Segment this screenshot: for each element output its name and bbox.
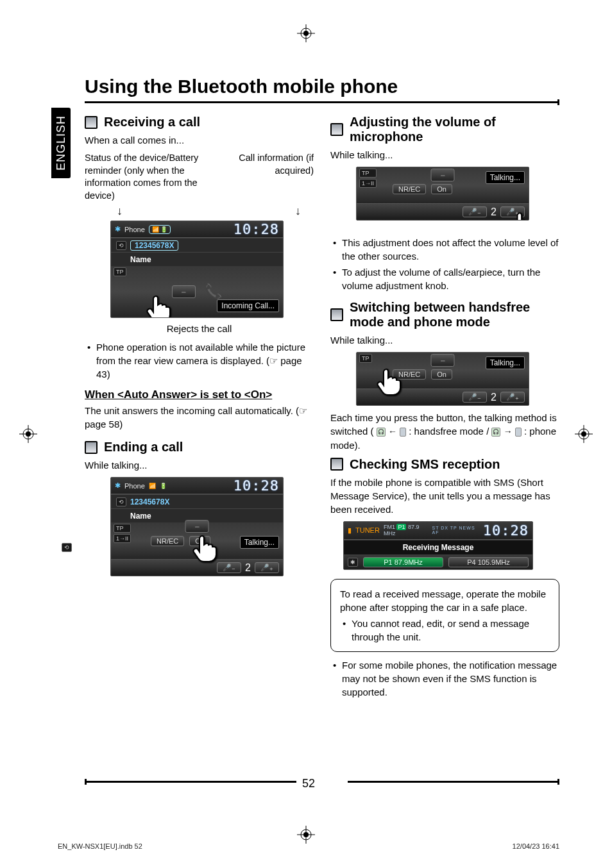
registration-mark-top [297,24,315,42]
nrec-button[interactable]: NR/EC [151,536,184,546]
note-box: To read a received message, operate the … [330,579,559,652]
hand-pointer-icon [142,291,174,318]
screenshot-mic-volume: TP 1→II NR/EC On ⏤ Talking... 🎤₋ 2 🎤₊ [356,167,529,221]
preset-button-1[interactable]: P1 87.9MHz [363,557,443,567]
mode-badge: 1→II [359,179,377,188]
mic-plus-button[interactable]: 🎤₊ [500,392,525,403]
section-ending-call: Ending a call [85,440,314,455]
arrow-left-icon: ← [388,426,397,437]
page-number: 52 [302,777,315,790]
bullet-item: This adjustment does not affect the volu… [342,236,559,263]
signal-battery-box: 📶 🔋 [149,225,171,234]
screenshot-talking: ✱ Phone 📶 🔋 10:28 ⟲12345678X Name TP 1→I… [110,477,284,576]
hand-pointer-icon [507,208,529,221]
title-rule [85,101,559,103]
screenshot-caption: Rejects the call [85,323,314,334]
phone-wave-icon: 📞 [205,283,222,300]
mic-minus-button[interactable]: 🎤₋ [463,206,487,217]
intro-text: While talking... [330,333,559,347]
battery-icon: 🔋 [160,226,167,233]
intro-text: While talking... [330,148,559,162]
indicator-row: ST DX TP NEWS AF [432,526,479,535]
arrow-down-icon: ↓ [295,204,301,218]
mic-plus-button[interactable]: 🎤₊ [255,562,279,573]
clock: 10:28 [234,221,279,237]
section-switch-mode: Switching between handsfree mode and pho… [330,300,559,330]
answer-button[interactable]: ⏤ [172,285,196,298]
sub-body: The unit answers the incoming call autom… [85,404,314,431]
nav-icon: ⟲ [116,241,126,250]
page-content: ENGLISH Using the Bluetooth mobile phone… [58,76,559,790]
square-bullet-icon [330,123,343,136]
registration-mark-right [575,425,593,443]
section-title: Switching between handsfree mode and pho… [350,300,559,330]
hangup-button[interactable]: ⏤ [431,354,455,367]
section-title: Receiving a call [104,115,200,129]
mic-volume-value: 2 [245,562,251,574]
signal-icon: 📶 [149,483,156,489]
intro-text: When a call comes in... [85,133,314,147]
bullet-item: To adjust the volume of calls/earpiece, … [342,265,559,292]
nrec-button[interactable]: NR/EC [393,184,426,194]
annotation-arrows: ↓ ↓ [85,204,314,218]
mic-minus-button[interactable]: 🎤₋ [463,392,487,403]
band-label: FM1 [384,524,395,530]
hand-pointer-icon [372,364,404,396]
intro-text: If the mobile phone is compatible with S… [330,476,559,516]
tp-badge: TP [359,354,372,363]
main-title: Using the Bluetooth mobile phone [58,76,559,97]
phone-icon [400,428,406,437]
on-button[interactable]: On [431,369,452,380]
print-footer: EN_KW-NSX1[EU].indb 52 12/04/23 16:41 [58,842,559,850]
nav-icon: ⟲ [116,497,126,506]
screenshot-sms: ▮ TUNER FM1 P1 87.9 MHz ST DX TP NEWS AF… [343,521,533,570]
status-badge: Incoming Call... [217,299,279,312]
status-badge: Talking... [486,171,525,184]
right-column: Adjusting the volume of microphone While… [330,112,559,706]
screen-title: Phone [124,226,145,233]
mic-volume-value: 2 [491,206,497,218]
footer-rule-left [85,781,296,783]
square-bullet-icon [85,441,98,454]
preset-button-4[interactable]: P4 105.9MHz [448,557,529,567]
mode-badge: 1→II [114,534,131,543]
status-badge: Talking... [486,356,525,369]
tp-badge: TP [359,169,377,178]
note-text: To read a received message, operate the … [340,587,550,614]
caller-name: Name [130,255,151,264]
screen-title: TUNER [355,526,380,534]
screenshot-incoming-call: ✱ Phone 📶 🔋 10:28 ⟲12345678X Name TP ⏤ 📞 [110,221,284,318]
tp-badge: TP [114,267,126,276]
square-bullet-icon [330,308,343,321]
registration-mark-left [19,425,37,443]
section-title: Ending a call [104,440,183,455]
phone-icon [515,428,522,437]
annotation-left: Status of the device/Battery reminder (o… [85,152,217,202]
preset-label: P1 [396,524,406,530]
source-icon: ▮ [348,526,352,535]
section-mic-volume: Adjusting the volume of microphone [330,115,559,144]
caller-number: 12345678X [130,497,169,506]
bullet-item: You cannot read, edit, or send a message… [352,617,550,644]
hand-pointer-icon [188,531,220,563]
sms-banner: Receiving Message [403,543,474,552]
tp-badge: TP [114,524,131,533]
bullet-item: Phone operation is not available while t… [96,340,314,381]
footer-right: 12/04/23 16:41 [513,842,559,850]
square-bullet-icon [85,116,98,129]
mic-minus-button[interactable]: 🎤₋ [217,562,241,573]
arrow-right-icon: → [504,426,513,437]
annotation-right: Call information (if acquired) [222,152,314,202]
registration-mark-bottom [297,826,315,844]
bullet-item: For some mobile phones, the notification… [342,658,559,699]
section-receiving-call: Receiving a call [85,115,314,129]
screenshot-switch-mode: TP NR/EC On ⏤ Talking... 🎤₋ [356,352,529,406]
on-button[interactable]: On [431,184,452,194]
language-tab: ENGLISH [51,108,71,178]
caller-name: Name [130,512,151,521]
footer-left: EN_KW-NSX1[EU].indb 52 [58,842,142,850]
square-bullet-icon [330,458,343,471]
signal-icon: 📶 [152,226,159,233]
handsfree-icon: 🎧 [377,428,386,437]
hangup-button[interactable]: ⏤ [431,169,455,181]
